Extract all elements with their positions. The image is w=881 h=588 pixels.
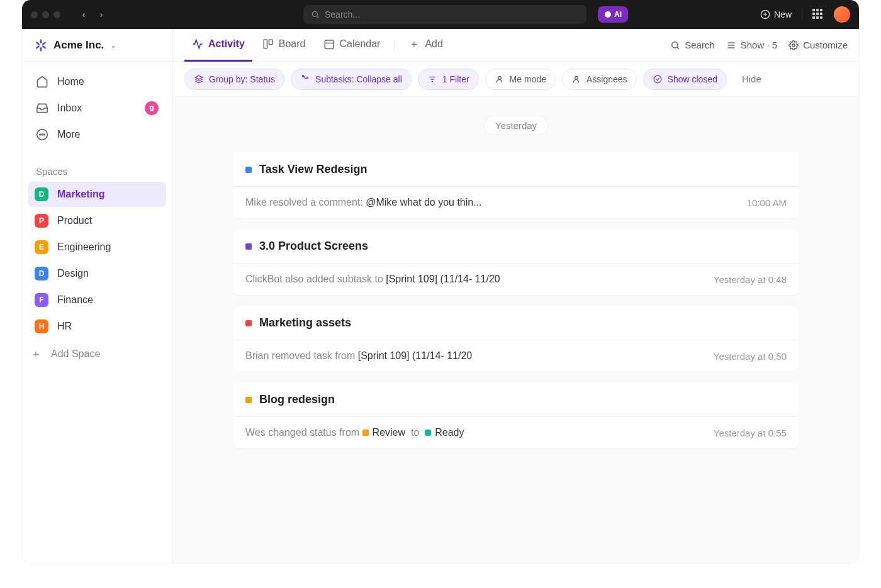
space-color-icon: D: [35, 267, 48, 280]
search-placeholder: Search...: [325, 9, 360, 19]
title-bar: ‹ › Search... AI New: [22, 0, 859, 29]
activity-card-body: ClickBot also added subtask to [Sprint 1…: [233, 263, 799, 295]
search-icon: [670, 40, 680, 50]
svg-line-11: [43, 42, 45, 44]
tab-add[interactable]: ＋ Add: [401, 29, 450, 62]
group-pill[interactable]: Group by: Status: [184, 69, 284, 90]
activity-description: ClickBot also added subtask to [Sprint 1…: [245, 274, 500, 285]
filter-icon: [427, 74, 437, 84]
space-item-design[interactable]: DDesign: [28, 261, 166, 286]
nav-home[interactable]: Home: [28, 69, 166, 94]
ai-icon: [604, 11, 612, 18]
svg-line-21: [677, 47, 679, 49]
space-label: Engineering: [57, 241, 111, 253]
nav-more[interactable]: More: [28, 122, 166, 147]
new-button[interactable]: New: [760, 9, 792, 19]
svg-line-10: [36, 46, 38, 48]
inbox-badge: 9: [145, 101, 159, 115]
ai-button[interactable]: AI: [598, 6, 628, 23]
filter-bar: Group by: Status Subtasks: Collapse all …: [173, 62, 859, 97]
traffic-light-close[interactable]: [31, 11, 38, 18]
space-item-engineering[interactable]: EEngineering: [28, 235, 166, 260]
svg-marker-26: [195, 75, 203, 79]
main-panel: Activity Board Calendar ＋ Add: [173, 29, 859, 563]
show-closed-pill[interactable]: Show closed: [643, 69, 727, 90]
activity-card[interactable]: Marketing assetsBrian removed task from …: [233, 306, 799, 372]
svg-point-2: [605, 11, 611, 18]
space-item-product[interactable]: PProduct: [28, 208, 166, 233]
svg-point-28: [306, 77, 308, 79]
activity-card[interactable]: 3.0 Product ScreensClickBot also added s…: [233, 230, 799, 295]
svg-point-27: [302, 75, 303, 76]
activity-title: 3.0 Product Screens: [259, 240, 368, 253]
workspace-name: Acme Inc.: [53, 39, 104, 52]
traffic-light-minimize[interactable]: [42, 11, 49, 18]
more-icon: [36, 128, 48, 141]
task-color-icon: [245, 243, 252, 250]
search-button[interactable]: Search: [670, 40, 715, 50]
assignees-pill[interactable]: Assignees: [562, 69, 637, 90]
global-search[interactable]: Search...: [303, 5, 586, 24]
workspace-selector[interactable]: Acme Inc. ⌄: [22, 29, 172, 62]
svg-point-13: [40, 134, 41, 135]
view-tabs: Activity Board Calendar ＋ Add: [173, 29, 859, 62]
space-label: Product: [57, 215, 92, 226]
chevron-down-icon: ⌄: [110, 41, 116, 50]
svg-point-0: [312, 11, 317, 16]
activity-card[interactable]: Blog redesignWes changed status from Rev…: [233, 383, 799, 448]
activity-timestamp: Yesterday at 0:48: [714, 274, 787, 285]
traffic-light-maximize[interactable]: [53, 11, 60, 18]
user-avatar[interactable]: [834, 6, 850, 23]
plus-circle-icon: [760, 9, 770, 19]
task-color-icon: [245, 167, 252, 173]
subtasks-pill[interactable]: Subtasks: Collapse all: [291, 69, 412, 90]
check-circle-icon: [653, 74, 663, 84]
svg-point-33: [575, 76, 578, 79]
activity-card-header: Task View Redesign: [233, 153, 799, 186]
board-icon: [262, 38, 274, 50]
activity-card[interactable]: Task View RedesignMike resolved a commen…: [233, 153, 799, 218]
task-color-icon: [245, 397, 252, 403]
space-color-icon: H: [35, 319, 48, 333]
forward-button[interactable]: ›: [94, 8, 108, 21]
gear-icon: [788, 40, 799, 50]
tab-calendar[interactable]: Calendar: [316, 29, 388, 62]
add-space-button[interactable]: ＋ Add Space: [22, 341, 172, 367]
hide-button[interactable]: Hide: [742, 74, 761, 84]
sidebar: Acme Inc. ⌄ Home Inbox 9 More Spaces: [22, 29, 173, 563]
activity-timestamp: Yesterday at 0:50: [714, 351, 787, 362]
separator: [394, 38, 395, 52]
activity-card-body: Mike resolved a comment: @Mike what do y…: [233, 186, 799, 218]
svg-point-15: [44, 134, 45, 135]
space-item-finance[interactable]: FFinance: [28, 287, 166, 313]
activity-card-header: Blog redesign: [233, 383, 799, 416]
activity-icon: [192, 38, 203, 50]
filter-pill[interactable]: 1 Filter: [418, 69, 479, 90]
back-button[interactable]: ‹: [77, 8, 91, 21]
nav-inbox[interactable]: Inbox 9: [28, 96, 166, 121]
search-icon: [311, 10, 320, 19]
space-label: HR: [57, 321, 72, 332]
customize-button[interactable]: Customize: [788, 40, 848, 50]
space-item-hr[interactable]: HHR: [28, 314, 166, 339]
show-button[interactable]: Show · 5: [726, 40, 777, 50]
activity-feed: Yesterday Task View RedesignMike resolve…: [173, 97, 859, 563]
svg-line-8: [36, 42, 38, 44]
separator: [802, 9, 802, 20]
svg-point-20: [672, 42, 678, 47]
space-color-icon: D: [35, 187, 48, 201]
space-item-marketing[interactable]: DMarketing: [28, 182, 166, 207]
window-controls: [31, 11, 60, 18]
space-label: Finance: [57, 294, 93, 306]
me-mode-pill[interactable]: Me mode: [485, 69, 556, 90]
activity-title: Blog redesign: [259, 393, 335, 406]
activity-card-header: Marketing assets: [233, 306, 799, 340]
plus-icon: ＋: [408, 38, 420, 50]
tab-activity[interactable]: Activity: [184, 29, 252, 62]
apps-grid-icon[interactable]: [812, 9, 824, 20]
user-icon: [495, 74, 505, 84]
activity-timestamp: 10:00 AM: [747, 197, 787, 208]
tab-board[interactable]: Board: [255, 29, 313, 62]
svg-line-9: [43, 46, 45, 48]
activity-card-body: Brian removed task from [Sprint 109] (11…: [233, 340, 799, 372]
